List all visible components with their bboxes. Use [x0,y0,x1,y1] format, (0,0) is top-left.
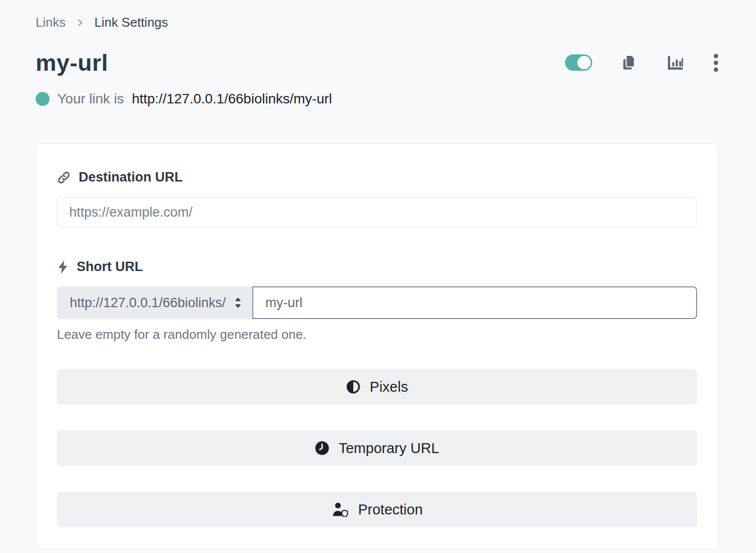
temporary-url-button-label: Temporary URL [338,440,439,457]
toggle-track [565,54,592,71]
pixels-section-button[interactable]: Pixels [57,369,697,405]
toggle-knob [577,56,591,69]
domain-select[interactable]: http://127.0.0.1/66biolinks/ [57,286,252,319]
short-url-helper-text: Leave empty for a randomly generated one… [57,327,697,342]
pixels-button-label: Pixels [370,379,408,395]
link-settings-page: Links Link Settings my-url [0,0,756,549]
copy-icon [622,54,637,71]
chevron-right-icon [76,18,85,27]
more-options-button[interactable] [713,53,718,72]
breadcrumb-links[interactable]: Links [36,15,66,30]
bolt-icon [57,260,69,274]
clock-icon [315,441,330,456]
circle-half-icon [346,379,361,394]
user-shield-icon [331,502,349,517]
breadcrumb-current: Link Settings [94,15,168,30]
page-title: my-url [36,49,108,76]
bar-chart-icon [667,55,684,71]
temporary-url-section-button[interactable]: Temporary URL [57,430,697,466]
status-text: Your link is [57,91,124,107]
destination-url-input[interactable] [57,197,697,228]
statistics-button[interactable] [667,55,684,71]
link-settings-card: Destination URL Short URL http://127.0.0… [36,143,718,549]
protection-section-button[interactable]: Protection [57,492,697,527]
copy-link-button[interactable] [622,54,637,71]
short-url-input[interactable] [252,286,697,319]
header-row: my-url [36,49,718,76]
destination-url-label-row: Destination URL [57,170,697,185]
short-url-label: Short URL [77,259,142,275]
short-link-url[interactable]: http://127.0.0.1/66biolinks/my-url [132,91,332,107]
link-status-row: Your link is http://127.0.0.1/66biolinks… [36,91,718,107]
link-icon [57,171,71,184]
header-controls [535,53,718,72]
status-dot [36,92,49,106]
destination-url-label: Destination URL [79,170,183,185]
short-url-label-row: Short URL [57,259,697,275]
link-enabled-toggle[interactable] [565,54,592,71]
sort-caret-icon [233,296,243,309]
short-url-input-group: http://127.0.0.1/66biolinks/ [57,286,697,319]
kebab-menu-icon [713,53,718,72]
protection-button-label: Protection [358,502,423,518]
domain-select-value: http://127.0.0.1/66biolinks/ [70,295,226,311]
breadcrumb: Links Link Settings [36,15,718,30]
